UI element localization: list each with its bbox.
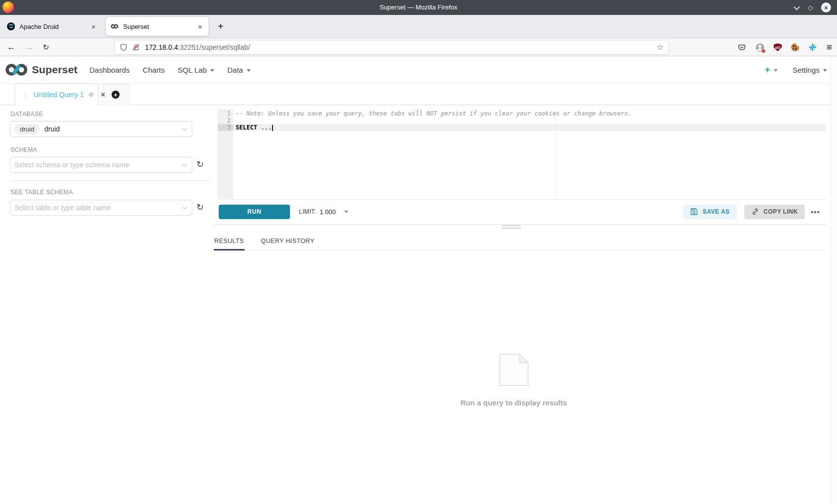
add-new-button[interactable]: + [765, 64, 778, 75]
pane-divider [214, 224, 826, 225]
table-schema-label: SEE TABLE SCHEMA [10, 189, 73, 196]
asterisk-extension-icon[interactable] [809, 43, 817, 52]
scrollbar-track[interactable] [830, 56, 837, 504]
sql-keyword: SELECT [236, 124, 257, 131]
extension-icons: uO ≡ [738, 39, 832, 56]
line-number: 2 [218, 117, 233, 124]
ublock-icon[interactable]: uO [774, 43, 782, 51]
schema-placeholder: Select schema or type schema name [14, 161, 129, 169]
database-select[interactable]: druid druid [10, 121, 192, 137]
table-select[interactable]: Select table or type table name [10, 200, 192, 216]
druid-favicon [7, 22, 15, 30]
nav-item-data[interactable]: Data [227, 66, 251, 74]
copy-link-button[interactable]: COPY LINK [744, 205, 805, 219]
query-tab-active[interactable]: ⋮ Untitled Query 1 × [15, 84, 99, 105]
url-bar[interactable]: 172.18.0.4:32251/superset/sqllab/ ☆ [115, 40, 669, 54]
add-query-tab[interactable]: + [103, 84, 129, 105]
account-icon[interactable] [756, 43, 764, 52]
database-tag: druid [14, 124, 40, 134]
cookie-icon[interactable] [791, 43, 799, 51]
chevron-down-icon [823, 69, 827, 72]
superset-favicon [111, 22, 119, 30]
nav-item-charts[interactable]: Charts [142, 66, 164, 74]
query-tab-title[interactable]: Untitled Query 1 [33, 91, 84, 99]
browser-tab-apache-druid[interactable]: Apache Druid × [2, 17, 102, 36]
resize-handle[interactable] [502, 225, 521, 230]
chevron-down-icon [182, 205, 187, 210]
limit-label: LIMIT: [299, 208, 316, 215]
url-text[interactable]: 172.18.0.4:32251/superset/sqllab/ [145, 43, 250, 51]
schema-label: SCHEMA [10, 146, 37, 153]
sql-toolbar: RUN LIMIT: 1 000 SAVE AS CO [218, 200, 826, 224]
plus-circle-icon: + [112, 91, 120, 99]
table-placeholder: Select table or type table name [14, 204, 111, 212]
save-icon [690, 208, 698, 216]
chevron-down-icon [182, 126, 187, 131]
nav-right: + Settings [765, 64, 827, 75]
tab-label: Superset [123, 23, 149, 30]
schema-select[interactable]: Select schema or type schema name [10, 157, 192, 173]
refresh-table-icon[interactable]: ↻ [196, 203, 204, 212]
insecure-lock-icon[interactable] [132, 43, 140, 51]
tab-results[interactable]: RESULTS [214, 233, 245, 251]
badge-icon [762, 49, 765, 53]
window-title: Superset — Mozilla Firefox [380, 0, 457, 15]
reload-button[interactable]: ↻ [43, 39, 49, 56]
chevron-down-icon [210, 69, 214, 72]
close-query-tab-icon[interactable]: × [101, 90, 105, 99]
pocket-icon[interactable] [738, 43, 746, 52]
limit-value: 1 000 [319, 208, 336, 216]
bookmark-star-icon[interactable]: ☆ [657, 43, 664, 52]
browser-tab-superset[interactable]: Superset × [106, 17, 209, 36]
brand-name: Superset [32, 64, 77, 76]
results-tabs: RESULTS QUERY HISTORY [214, 233, 826, 251]
chevron-down-icon [774, 69, 778, 72]
new-tab-button[interactable]: + [215, 20, 227, 32]
superset-navbar: Superset Dashboards Charts SQL Lab Data … [0, 56, 837, 84]
query-state-dot [89, 92, 94, 97]
shield-icon[interactable] [120, 43, 128, 51]
close-window-icon[interactable]: × [821, 2, 831, 12]
superset-logo-icon [5, 62, 28, 77]
save-as-button[interactable]: SAVE AS [683, 205, 736, 219]
code-line-blank [233, 117, 826, 124]
browser-toolbar: ← → ↻ 172.18.0.4:32251/superset/sqllab/ … [0, 39, 837, 56]
tab-query-history[interactable]: QUERY HISTORY [261, 233, 315, 251]
hamburger-menu-icon[interactable]: ≡ [827, 42, 832, 53]
url-domain: 172.18.0.4 [145, 43, 178, 51]
editor-code[interactable]: -- Note: Unless you save your query, the… [233, 109, 826, 131]
run-button[interactable]: RUN [219, 205, 290, 219]
limit-dropdown[interactable]: LIMIT: 1 000 [299, 208, 348, 216]
database-value: druid [44, 125, 60, 133]
sidebar-divider [10, 180, 210, 181]
nav-item-sql-lab[interactable]: SQL Lab [178, 66, 215, 74]
close-tab-icon[interactable]: × [90, 22, 97, 31]
link-icon [751, 208, 759, 216]
settings-menu[interactable]: Settings [793, 66, 827, 74]
more-actions-icon[interactable]: ••• [811, 208, 820, 216]
query-tabs-row: ⋮ Untitled Query 1 × + [0, 84, 837, 105]
editor-gutter: 1 2 3 [218, 109, 233, 199]
back-button[interactable]: ← [7, 39, 15, 56]
code-line-active: SELECT ... [233, 124, 826, 131]
maximize-icon[interactable]: ◇ [808, 4, 813, 11]
chevron-down-icon [344, 211, 348, 213]
empty-results-message: Run a query to display results [419, 398, 608, 407]
empty-state-document-icon [498, 353, 530, 387]
firefox-logo-icon [2, 1, 14, 13]
nav-items: Dashboards Charts SQL Lab Data [89, 66, 250, 74]
minimize-icon[interactable] [794, 3, 800, 10]
refresh-schema-icon[interactable]: ↻ [196, 160, 204, 169]
sql-editor[interactable]: 1 2 3 -- Note: Unless you save your quer… [218, 109, 826, 199]
nav-item-dashboards[interactable]: Dashboards [89, 66, 130, 74]
database-label: DATABASE [10, 111, 43, 118]
drag-handle-icon[interactable]: ⋮ [22, 91, 29, 99]
browser-tabbar: Apache Druid × Superset × + [0, 15, 837, 38]
line-number: 1 [218, 110, 233, 117]
text-cursor [272, 125, 273, 131]
toolbar-right: SAVE AS COPY LINK ••• [683, 205, 826, 219]
chevron-down-icon [182, 162, 187, 167]
superset-brand[interactable]: Superset [5, 62, 77, 77]
code-line-comment: -- Note: Unless you save your query, the… [233, 110, 826, 117]
close-tab-icon[interactable]: × [196, 22, 204, 31]
